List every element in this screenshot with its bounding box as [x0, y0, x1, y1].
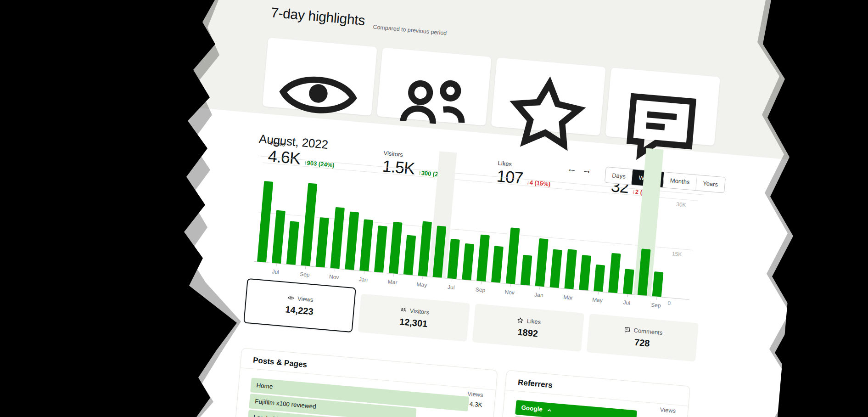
chart-x-tick — [452, 279, 453, 282]
highlight-card-visitors[interactable]: Visitors1.5K↑300 (25%) — [377, 48, 492, 126]
chart-bar[interactable] — [550, 249, 562, 288]
chart-bar[interactable] — [330, 207, 345, 269]
referrers-title: Referrers — [517, 378, 553, 390]
chart-x-label: Sep — [646, 301, 666, 310]
summary-tab-likes[interactable]: Likes1892 — [472, 304, 584, 351]
chart-bar[interactable] — [564, 249, 577, 289]
list-item-label: Google — [521, 400, 553, 417]
chart-bar[interactable] — [623, 269, 634, 294]
chart-x-label: Jul — [441, 283, 461, 292]
dashboard-sheet: 7-day highlights Compared to previous pe… — [121, 0, 814, 417]
referrers-card: Referrers Views Google6.2K — [490, 370, 690, 417]
summary-tab-views[interactable]: Views14,223 — [243, 278, 356, 332]
chart-x-tick — [627, 294, 628, 297]
chart-y-label: 0 — [667, 300, 691, 308]
list-item-views-value: 3.1K — [468, 413, 482, 417]
highlights-section: 7-day highlights Compared to previous pe… — [174, 0, 814, 3]
highlight-card-likes[interactable]: Likes107↓4 (15%) — [491, 57, 606, 135]
next-period-arrow-icon[interactable]: → — [582, 163, 592, 176]
chart-x-tick — [656, 297, 657, 300]
comment-icon — [623, 326, 631, 333]
chart-x-label: May — [587, 296, 608, 304]
chart-bar[interactable] — [535, 238, 549, 287]
period-tab-months[interactable]: Months — [663, 172, 697, 190]
chart-x-tick — [569, 289, 570, 292]
posts-pages-list: Home4.3KFujifilm x100 reviewed3.1KLand o… — [247, 378, 483, 417]
chart-bar[interactable] — [594, 265, 605, 292]
summary-tab-label: Visitors — [409, 307, 430, 316]
chart-bar[interactable] — [521, 255, 532, 285]
chart-x-label: Mar — [558, 293, 578, 302]
period-tab-years[interactable]: Years — [695, 175, 725, 192]
chart-x-tick — [276, 264, 277, 266]
chart-x-label: Sep — [470, 286, 491, 294]
summary-tab-head: Likes — [516, 316, 541, 326]
chart-bar[interactable] — [257, 181, 273, 262]
chart-bar[interactable] — [389, 222, 403, 274]
chart-bar[interactable] — [491, 246, 504, 282]
chart-x-label: Mar — [382, 278, 403, 286]
chart-x-label: Sep — [294, 270, 315, 279]
chart-bar[interactable] — [359, 219, 373, 271]
list-item-label: Home — [256, 378, 274, 394]
posts-pages-title: Posts & Pages — [252, 356, 307, 370]
people-icon — [399, 306, 407, 313]
chart-bar[interactable] — [608, 253, 621, 293]
star-icon — [516, 316, 524, 324]
chart-y-label: 30K — [676, 201, 700, 209]
chart-bar[interactable] — [374, 225, 387, 272]
chart-bar[interactable] — [272, 210, 286, 264]
chart-x-label: Nov — [499, 288, 520, 297]
highlight-card-views[interactable]: Views4.6K↑903 (24%) — [263, 38, 377, 116]
chart-x-tick — [539, 287, 540, 289]
list-item-label-text: Home — [256, 378, 274, 394]
chart-x-label: May — [411, 281, 432, 289]
summary-tab-comments[interactable]: Comments728 — [587, 314, 699, 361]
chart-bar[interactable] — [476, 235, 490, 282]
list-item-views-value: 4.3K — [469, 397, 483, 412]
chart-bar[interactable] — [345, 212, 359, 270]
summary-tab-label: Likes — [526, 317, 541, 326]
chart-x-tick — [305, 266, 306, 269]
chart-bar[interactable] — [403, 235, 416, 275]
summary-tab-label: Views — [297, 295, 314, 303]
chart-bar[interactable] — [447, 239, 459, 279]
eye-icon — [270, 47, 366, 143]
eye-icon — [287, 294, 295, 301]
chart-bar[interactable] — [286, 221, 299, 265]
chart-x-label: Jul — [265, 268, 286, 276]
star-icon — [498, 67, 595, 163]
period-tab-days[interactable]: Days — [605, 167, 633, 185]
prev-period-arrow-icon[interactable]: ← — [566, 163, 577, 175]
chart-bar[interactable] — [579, 255, 591, 290]
period-nav: ← → — [566, 163, 592, 177]
people-icon — [384, 56, 481, 153]
chart-x-label: Nov — [324, 273, 344, 281]
summary-tab-value: 14,223 — [285, 304, 314, 317]
highlight-card-comments[interactable]: Comments32↓2 (40%) — [605, 68, 720, 146]
summary-tab-visitors[interactable]: Visitors12,301 — [358, 294, 470, 342]
list-item-views-value: 6.2K — [661, 413, 675, 417]
summary-tab-head: Comments — [623, 326, 663, 336]
list-item-label-text: Google — [521, 400, 543, 417]
chart-bar[interactable] — [652, 271, 664, 297]
posts-pages-card: Posts & Pages Views Home4.3KFujifilm x10… — [225, 348, 498, 417]
summary-tab-head: Visitors — [399, 306, 429, 316]
chart-x-label: Jul — [616, 299, 637, 307]
chart-bar[interactable] — [462, 243, 474, 280]
summary-tab-head: Views — [287, 294, 314, 303]
chart-x-label: Jan — [529, 291, 549, 299]
summary-tab-value: 728 — [634, 337, 650, 349]
chart-bar[interactable] — [301, 183, 318, 266]
chevron-up-icon — [546, 407, 552, 413]
chart-x-tick — [510, 284, 511, 287]
chart-bar[interactable] — [506, 227, 520, 284]
summary-tab-value: 1892 — [517, 327, 538, 339]
summary-tab-value: 12,301 — [399, 316, 428, 329]
chart-x-tick — [364, 271, 365, 274]
stage: 7-day highlights Compared to previous pe… — [0, 0, 868, 417]
chart-x-label: Jan — [353, 276, 374, 284]
chart-bar[interactable] — [316, 217, 329, 267]
chart-x-tick — [393, 274, 394, 276]
chart-x-tick — [422, 276, 423, 279]
